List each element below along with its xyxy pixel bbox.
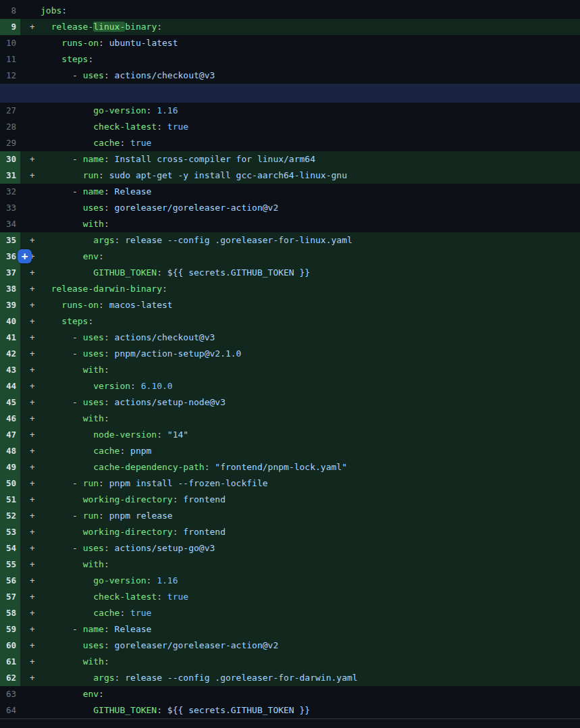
code-token	[41, 559, 83, 569]
line-number[interactable]: 38	[0, 281, 20, 297]
code-token: GITHUB_TOKEN	[93, 705, 157, 715]
line-number[interactable]: 56	[0, 573, 20, 589]
diff-add-marker: +	[20, 330, 41, 346]
code-token: check-latest	[93, 592, 157, 602]
line-number[interactable]: 62	[0, 670, 20, 686]
line-number[interactable]: 43	[0, 362, 20, 378]
diff-add-marker: +	[20, 638, 41, 654]
code-token	[41, 656, 83, 667]
diff-line-10: 10 runs-on: ubuntu-latest	[0, 35, 580, 51]
expand-hidden-lines-band[interactable]	[0, 84, 580, 103]
code-token: -	[41, 397, 83, 407]
code-text: - name: Release	[41, 621, 151, 638]
code-text: - name: Release	[41, 184, 151, 200]
line-number[interactable]: 57	[0, 589, 20, 605]
code-token: -	[41, 543, 83, 553]
code-token: "frontend/pnpm-lock.yaml"	[215, 462, 347, 472]
line-number[interactable]: 40	[0, 313, 20, 330]
line-number[interactable]: 33	[0, 200, 20, 216]
line-number[interactable]: 10	[0, 35, 20, 51]
code-token: :	[104, 656, 109, 667]
line-number[interactable]: 31	[0, 167, 20, 184]
code-token: release-	[51, 22, 94, 32]
code-token: :	[104, 397, 115, 407]
code-token: actions/setup-node@v3	[115, 397, 226, 407]
line-number[interactable]: 63	[0, 686, 20, 702]
code-token: go-version	[93, 575, 146, 586]
code-token: actions/setup-go@v3	[115, 543, 215, 553]
code-token: :	[173, 527, 184, 537]
line-number[interactable]: 42	[0, 346, 20, 362]
line-number[interactable]: 49	[0, 459, 20, 475]
diff-add-marker: +	[20, 378, 41, 394]
line-number[interactable]: 28	[0, 119, 20, 135]
line-number[interactable]: 37	[0, 265, 20, 281]
diff-add-marker	[20, 3, 41, 19]
code-text: - uses: pnpm/action-setup@v2.1.0	[41, 346, 241, 362]
line-number[interactable]: 59	[0, 621, 20, 638]
line-number[interactable]: 54	[0, 540, 20, 556]
line-number[interactable]: 8	[0, 3, 20, 19]
line-number[interactable]: 47	[0, 427, 20, 443]
line-number[interactable]: 41	[0, 330, 20, 346]
line-number[interactable]: 12	[0, 68, 20, 84]
add-comment-button[interactable]: +	[18, 249, 32, 263]
code-token: uses	[83, 640, 104, 650]
line-number[interactable]: 53	[0, 524, 20, 540]
diff-line-55: 55+ with:	[0, 556, 580, 573]
code-token	[41, 527, 83, 537]
line-number[interactable]: 61	[0, 654, 20, 670]
line-number[interactable]: 46	[0, 411, 20, 427]
line-number[interactable]: 34	[0, 216, 20, 232]
code-text: jobs:	[41, 3, 67, 19]
code-text: with:	[41, 411, 109, 427]
diff-add-marker	[20, 184, 41, 200]
diff-add-marker: +	[20, 508, 41, 524]
code-text: release-linux-binary:	[41, 19, 162, 35]
diff-add-marker: +	[20, 19, 41, 35]
code-token: :	[104, 186, 115, 197]
line-number[interactable]: 51	[0, 492, 20, 508]
code-token: frontend	[183, 494, 226, 504]
line-number[interactable]: 50	[0, 475, 20, 492]
code-text: node-version: "14"	[41, 427, 188, 443]
code-token	[41, 689, 83, 699]
code-token: :	[157, 705, 167, 715]
diff-line-32: 32 - name: Release	[0, 184, 580, 200]
line-number[interactable]: 55	[0, 556, 20, 573]
line-number[interactable]: 35	[0, 232, 20, 249]
line-number[interactable]: 48	[0, 443, 20, 459]
code-token: :	[104, 413, 109, 423]
diff-line-64: 64 GITHUB_TOKEN: ${{ secrets.GITHUB_TOKE…	[0, 702, 580, 719]
line-number[interactable]: 32	[0, 184, 20, 200]
code-token: pnpm install --frozen-lockfile	[109, 478, 268, 488]
code-text: run: sudo apt-get -y install gcc-aarch64…	[41, 167, 347, 184]
line-number[interactable]: 27	[0, 103, 20, 119]
code-token: :	[104, 365, 109, 375]
diff-line-31: 31+ run: sudo apt-get -y install gcc-aar…	[0, 167, 580, 184]
code-token: :	[104, 348, 115, 359]
code-token: :	[162, 284, 167, 294]
line-number[interactable]: 64	[0, 702, 20, 719]
diff-add-marker	[20, 702, 41, 719]
code-text: steps:	[41, 51, 93, 68]
line-number[interactable]: 45	[0, 394, 20, 411]
line-number[interactable]: 44	[0, 378, 20, 394]
line-number[interactable]: 52	[0, 508, 20, 524]
code-token: actions/checkout@v3	[115, 332, 215, 342]
line-number[interactable]: 39	[0, 297, 20, 313]
code-text: env:	[41, 686, 104, 702]
diff-line-60: 60+ uses: goreleaser/goreleaser-action@v…	[0, 638, 580, 654]
line-number[interactable]: 29	[0, 135, 20, 151]
code-token: :	[130, 381, 141, 391]
code-token: :	[99, 511, 109, 521]
code-token: 6.10.0	[141, 381, 173, 391]
line-number[interactable]: 11	[0, 51, 20, 68]
line-number[interactable]: 60	[0, 638, 20, 654]
line-number[interactable]: 58	[0, 605, 20, 621]
line-number[interactable]: 30	[0, 151, 20, 167]
code-text: go-version: 1.16	[41, 573, 178, 589]
code-text: - run: pnpm release	[41, 508, 173, 524]
code-token	[41, 365, 83, 375]
line-number[interactable]: 9	[0, 19, 20, 35]
